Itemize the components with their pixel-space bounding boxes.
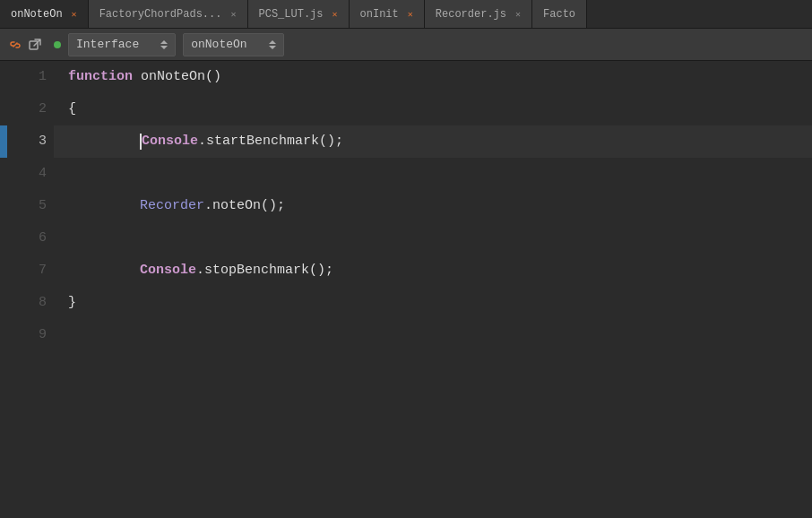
arrow-up-icon xyxy=(160,40,168,44)
tab-label: Recorder.js xyxy=(436,8,506,21)
table-row: 9 xyxy=(0,319,812,351)
external-link-icon[interactable] xyxy=(27,37,43,53)
line-number: 2 xyxy=(7,93,54,125)
table-row: 4 xyxy=(0,158,812,190)
line-number: 3 xyxy=(7,125,54,158)
tab-label: onNoteOn xyxy=(11,8,63,21)
code-line: Recorder.noteOn(); xyxy=(54,190,812,222)
left-indicator-active xyxy=(0,125,7,158)
arrow-up-icon xyxy=(269,40,276,44)
code-line: } xyxy=(54,287,812,319)
green-dot-indicator xyxy=(54,41,61,48)
left-indicator xyxy=(0,319,7,351)
line-number: 7 xyxy=(7,255,54,287)
left-indicator xyxy=(0,255,7,287)
table-row: 6 xyxy=(0,222,812,255)
tab-close-icon[interactable]: ✕ xyxy=(230,9,236,20)
left-indicator xyxy=(0,158,7,190)
arrow-down-icon xyxy=(160,46,168,49)
tab-pcs-lut[interactable]: PCS_LUT.js ✕ xyxy=(248,0,350,28)
function-dropdown-label: onNoteOn xyxy=(191,38,246,51)
brace: } xyxy=(68,287,76,319)
method-name: noteOn(); xyxy=(212,190,285,222)
tab-close-icon[interactable]: ✕ xyxy=(408,9,413,20)
function-dropdown-arrow xyxy=(269,40,276,49)
tab-factorychordpads[interactable]: FactoryChordPads... ✕ xyxy=(89,0,248,28)
code-line xyxy=(54,158,812,190)
code-line: { xyxy=(54,93,812,125)
arrow-down-icon xyxy=(269,46,276,49)
tab-onNoteOn[interactable]: onNoteOn ✕ xyxy=(0,0,89,28)
left-indicator xyxy=(0,287,7,319)
punctuation: . xyxy=(196,255,204,287)
code-line: Console.startBenchmark(); xyxy=(54,125,812,158)
table-row: 8 } xyxy=(0,287,812,319)
object-name: Console xyxy=(140,255,196,287)
method-name: stopBenchmark(); xyxy=(204,255,333,287)
table-row: 7 Console.stopBenchmark(); xyxy=(0,255,812,287)
punctuation: . xyxy=(204,190,212,222)
object-name: Console xyxy=(142,125,198,158)
interface-dropdown-label: Interface xyxy=(76,38,139,51)
brace: { xyxy=(68,93,76,125)
table-row: 3 Console.startBenchmark(); xyxy=(0,125,812,158)
line-number: 5 xyxy=(7,190,54,222)
interface-dropdown[interactable]: Interface xyxy=(68,33,176,56)
table-row: 5 Recorder.noteOn(); xyxy=(0,190,812,222)
left-indicator xyxy=(0,61,7,93)
line-number: 4 xyxy=(7,158,54,190)
toolbar: Interface onNoteOn xyxy=(0,29,812,61)
left-indicator xyxy=(0,93,7,125)
tab-recorder-js[interactable]: Recorder.js ✕ xyxy=(425,0,532,28)
left-indicator xyxy=(0,222,7,255)
function-dropdown[interactable]: onNoteOn xyxy=(183,33,283,56)
keyword: function xyxy=(68,61,133,93)
tab-label: Facto xyxy=(543,8,575,21)
tab-oninit[interactable]: onInit ✕ xyxy=(350,0,425,28)
line-number: 9 xyxy=(7,319,54,351)
object-name: Recorder xyxy=(140,190,204,222)
line-number: 1 xyxy=(7,61,54,93)
tab-bar: onNoteOn ✕ FactoryChordPads... ✕ PCS_LUT… xyxy=(0,0,812,29)
code-line xyxy=(54,222,812,255)
table-row: 1 function onNoteOn() xyxy=(0,61,812,93)
tab-close-icon[interactable]: ✕ xyxy=(72,9,77,20)
tab-facto[interactable]: Facto xyxy=(532,0,587,28)
line-number: 8 xyxy=(7,287,54,319)
code-editor[interactable]: 1 function onNoteOn() 2 { 3 Console.star… xyxy=(0,61,812,518)
tab-label: onInit xyxy=(360,8,399,21)
link-icon[interactable] xyxy=(7,37,23,53)
code-line: function onNoteOn() xyxy=(54,61,812,93)
table-row: 2 { xyxy=(0,93,812,125)
tab-label: PCS_LUT.js xyxy=(259,8,324,21)
code-line: Console.stopBenchmark(); xyxy=(54,255,812,287)
left-indicator xyxy=(0,190,7,222)
tab-label: FactoryChordPads... xyxy=(99,8,222,21)
line-number: 6 xyxy=(7,222,54,255)
tab-close-icon[interactable]: ✕ xyxy=(515,9,521,20)
method-name: startBenchmark(); xyxy=(206,125,343,158)
toolbar-icons xyxy=(7,37,43,53)
code-line xyxy=(54,319,812,351)
interface-dropdown-arrow xyxy=(160,40,168,49)
function-name: onNoteOn() xyxy=(133,61,221,93)
tab-close-icon[interactable]: ✕ xyxy=(333,9,338,20)
punctuation: . xyxy=(198,125,206,158)
